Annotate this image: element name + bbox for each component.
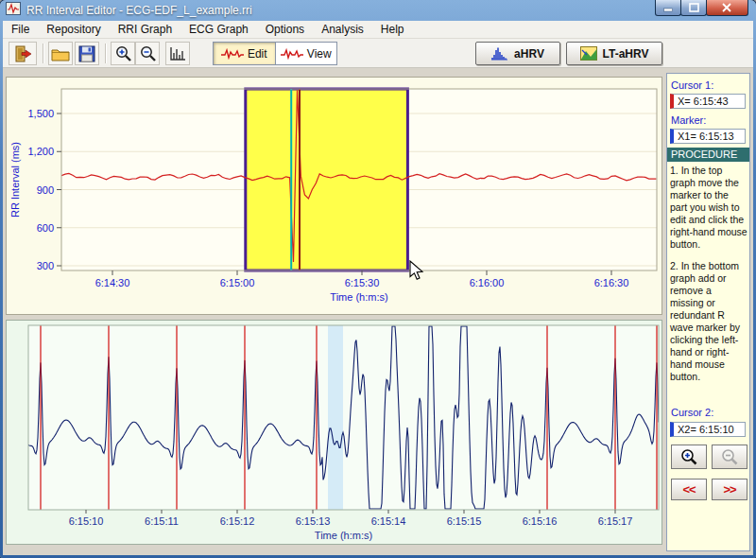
cursor1-value: X= 6:15:43 xyxy=(670,94,746,109)
client-area: 3006009001,2001,5006:14:306:15:006:15:30… xyxy=(3,68,753,555)
ahrv-button[interactable]: aHRV xyxy=(475,42,560,65)
zoom-out-icon xyxy=(139,44,157,62)
menu-analysis[interactable]: Analysis xyxy=(313,21,372,38)
minimize-icon xyxy=(663,3,673,12)
svg-text:6:15:16: 6:15:16 xyxy=(523,515,558,527)
svg-text:1,200: 1,200 xyxy=(27,146,54,157)
app-icon xyxy=(6,1,21,20)
cursor2-label: Cursor 2: xyxy=(671,407,713,418)
procedure-step1: 1. In the top graph move the marker to t… xyxy=(670,165,747,251)
lt-ahrv-label: LT-aHRV xyxy=(603,47,649,61)
edit-mode-label: Edit xyxy=(248,47,267,61)
svg-text:6:15:12: 6:15:12 xyxy=(220,515,255,527)
open-button[interactable] xyxy=(48,42,73,65)
toolbar: Edit View aHRV LT-aHRV xyxy=(3,39,753,68)
svg-text:6:15:17: 6:15:17 xyxy=(598,515,633,527)
rr-interval-plot[interactable]: 3006009001,2001,5006:14:306:15:006:15:30… xyxy=(7,78,662,314)
svg-text:6:15:14: 6:15:14 xyxy=(371,515,406,527)
svg-text:6:16:00: 6:16:00 xyxy=(470,277,505,288)
save-button[interactable] xyxy=(75,42,99,65)
svg-text:6:15:13: 6:15:13 xyxy=(296,515,331,527)
menu-rri-graph[interactable]: RRI Graph xyxy=(110,21,180,38)
svg-text:Time (h:m:s): Time (h:m:s) xyxy=(330,291,387,303)
ecg-zoom-out-button[interactable] xyxy=(712,445,747,469)
page-back-button[interactable]: << xyxy=(671,479,707,500)
maximize-icon xyxy=(689,3,699,12)
title-bar[interactable]: RR Interval Editor - ECG-EDF_L_example.r… xyxy=(0,0,756,21)
page-forward-button[interactable]: >> xyxy=(712,479,747,500)
svg-text:6:15:00: 6:15:00 xyxy=(220,277,255,288)
svg-text:6:16:30: 6:16:30 xyxy=(594,277,629,288)
ecg-plot[interactable]: 6:15:106:15:116:15:126:15:136:15:146:15:… xyxy=(7,321,662,544)
zoom-out-icon xyxy=(720,447,739,466)
menu-bar: File Repository RRI Graph ECG Graph Opti… xyxy=(3,21,753,39)
marker-value: X1= 6:15:13 xyxy=(670,129,746,144)
edit-view-toggle: Edit View xyxy=(213,42,337,65)
histogram-button[interactable] xyxy=(165,42,190,65)
exit-door-icon xyxy=(12,44,33,63)
save-floppy-icon xyxy=(78,45,95,62)
svg-text:300: 300 xyxy=(37,260,54,271)
minimize-button[interactable] xyxy=(655,0,681,16)
ecg-graph[interactable]: 6:15:106:15:116:15:126:15:136:15:146:15:… xyxy=(6,320,662,545)
zoom-out-button[interactable] xyxy=(135,42,160,65)
lt-ahrv-button[interactable]: LT-aHRV xyxy=(566,42,662,65)
ahrv-label: aHRV xyxy=(514,47,544,61)
app-window: RR Interval Editor - ECG-EDF_L_example.r… xyxy=(0,0,756,558)
svg-text:600: 600 xyxy=(37,222,54,234)
ecg-trace-icon xyxy=(221,47,244,60)
view-mode-label: View xyxy=(307,47,332,61)
zoom-in-icon xyxy=(679,447,698,466)
procedure-step2: 2. In the bottom graph add or remove a m… xyxy=(670,260,747,383)
ecg-zoom-in-button[interactable] xyxy=(671,445,707,469)
svg-text:6:15:30: 6:15:30 xyxy=(345,277,380,288)
close-icon xyxy=(722,3,732,12)
svg-text:6:14:30: 6:14:30 xyxy=(95,277,130,288)
cursor2-value: X2= 6:15:10 xyxy=(670,422,746,437)
menu-file[interactable]: File xyxy=(3,21,38,38)
control-panel: Cursor 1: X= 6:15:43 Marker: X1= 6:15:13… xyxy=(666,73,750,551)
svg-text:6:15:15: 6:15:15 xyxy=(447,515,482,527)
menu-options[interactable]: Options xyxy=(257,21,313,38)
svg-text:6:15:10: 6:15:10 xyxy=(69,515,104,527)
menu-help[interactable]: Help xyxy=(372,21,413,38)
svg-text:RR Interval (ms): RR Interval (ms) xyxy=(9,142,21,218)
edit-mode-button[interactable]: Edit xyxy=(214,43,276,64)
marker-label: Marker: xyxy=(671,114,706,126)
hrv-spectrum-icon xyxy=(491,46,508,61)
rri-histogram-icon xyxy=(168,45,187,62)
svg-text:6:15:11: 6:15:11 xyxy=(145,515,179,527)
close-button[interactable] xyxy=(706,0,748,16)
zoom-in-icon xyxy=(114,44,132,62)
ecg-trace-icon xyxy=(281,47,303,60)
rr-interval-graph[interactable]: 3006009001,2001,5006:14:306:15:006:15:30… xyxy=(6,77,662,315)
zoom-in-button[interactable] xyxy=(111,42,135,65)
svg-text:1,500: 1,500 xyxy=(27,108,54,119)
lt-hrv-chart-icon xyxy=(580,46,597,61)
cursor1-label: Cursor 1: xyxy=(671,79,713,91)
open-folder-icon xyxy=(51,46,70,61)
svg-text:Time (h:m:s): Time (h:m:s) xyxy=(315,530,372,541)
view-mode-button[interactable]: View xyxy=(276,43,337,64)
highlight-band xyxy=(328,325,343,510)
procedure-title: PROCEDURE xyxy=(667,148,749,162)
svg-text:900: 900 xyxy=(37,184,54,196)
menu-repository[interactable]: Repository xyxy=(38,21,109,38)
window-title: RR Interval Editor - ECG-EDF_L_example.r… xyxy=(26,4,252,17)
menu-ecg-graph[interactable]: ECG Graph xyxy=(180,21,257,38)
exit-button[interactable] xyxy=(9,42,37,65)
procedure-text: 1. In the top graph move the marker to t… xyxy=(670,165,747,392)
maximize-button[interactable] xyxy=(680,0,707,16)
